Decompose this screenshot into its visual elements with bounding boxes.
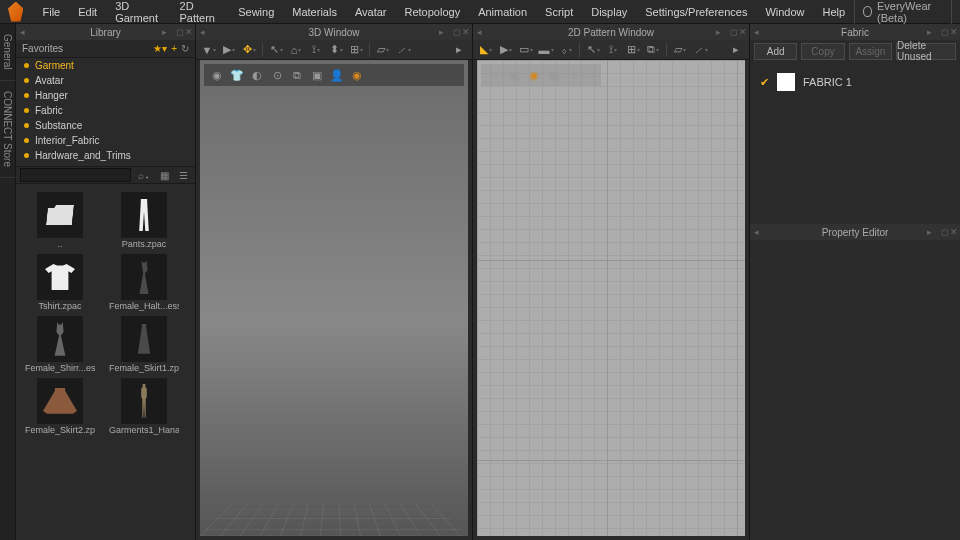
tool-2d-line[interactable]: ↖▾	[584, 41, 602, 59]
popout-icon[interactable]: ◻	[176, 27, 183, 37]
fabric-add-button[interactable]: Add	[754, 43, 797, 60]
search-input[interactable]	[20, 168, 131, 182]
tool-tack[interactable]: ⟟▾	[307, 41, 325, 59]
tool-2d-edit[interactable]: ◣▾	[477, 41, 495, 59]
shelf-avatar-icon[interactable]: ◐	[250, 68, 264, 82]
tool-2d-dart[interactable]: ⬨▾	[557, 41, 575, 59]
tab-connect-store[interactable]: CONNECT Store	[0, 81, 15, 178]
close-icon[interactable]: ✕	[950, 27, 958, 37]
tab-general[interactable]: General	[0, 24, 15, 81]
menu-animation[interactable]: Animation	[469, 2, 536, 22]
lib-item-skirt1[interactable]: Female_Skirt1.zpac	[104, 316, 184, 374]
lib-item-shirr[interactable]: Female_Shirr...ess.zpac	[20, 316, 100, 374]
tool-2d-iron[interactable]: ▱▾	[671, 41, 689, 59]
chevron-left-icon[interactable]: ◂	[200, 27, 205, 37]
tool-mesh[interactable]: ⌂▾	[287, 41, 305, 59]
chevron-left-icon[interactable]: ◂	[477, 27, 482, 37]
chevron-left-icon[interactable]: ◂	[20, 27, 25, 37]
lib-item-up[interactable]: ..	[20, 192, 100, 250]
chevron-right-icon[interactable]: ▸	[162, 27, 167, 37]
shelf-joint-icon[interactable]: ⊙	[270, 68, 284, 82]
chevron-left-icon[interactable]: ◂	[754, 27, 759, 37]
cat-scene[interactable]: Scene_and_Props	[16, 163, 195, 166]
close-icon[interactable]: ✕	[739, 27, 747, 37]
popout-icon[interactable]: ◻	[453, 27, 460, 37]
fabric-delete-button[interactable]: Delete Unused	[896, 43, 956, 60]
chevron-right-icon[interactable]: ▸	[439, 27, 444, 37]
tool-more[interactable]: ▸	[450, 41, 468, 59]
menu-file[interactable]: File	[33, 2, 69, 22]
tool-2d-rect[interactable]: ▬▾	[537, 41, 555, 59]
star-icon[interactable]: ★▾	[153, 43, 167, 54]
tool-2d-seam[interactable]: ⊞▾	[624, 41, 642, 59]
shelf2-brush-icon[interactable]: ✎	[487, 68, 501, 82]
cat-interior-fabric[interactable]: Interior_Fabric	[16, 133, 195, 148]
close-icon[interactable]: ✕	[950, 227, 958, 237]
menu-window[interactable]: Window	[756, 2, 813, 22]
cat-garment[interactable]: Garment	[16, 58, 195, 73]
shelf2-texture-icon[interactable]: ▣	[507, 68, 521, 82]
close-icon[interactable]: ✕	[185, 27, 193, 37]
chevron-right-icon[interactable]: ▸	[927, 227, 932, 237]
add-fav-icon[interactable]: +	[171, 43, 177, 54]
list-icon[interactable]: ☰	[176, 170, 191, 181]
lib-item-halter[interactable]: Female_Halt...ess.zpac	[104, 254, 184, 312]
popout-icon[interactable]: ◻	[941, 227, 948, 237]
tool-2d-notch[interactable]: ⟟▾	[604, 41, 622, 59]
tool-fold[interactable]: ⬍▾	[327, 41, 345, 59]
lib-item-garments1[interactable]: Garments1_Hana.zpac	[104, 378, 184, 436]
chevron-left-icon[interactable]: ◂	[754, 227, 759, 237]
popout-icon[interactable]: ◻	[941, 27, 948, 37]
fabric-item[interactable]: ✔ FABRIC 1	[750, 70, 960, 94]
lib-item-skirt2[interactable]: Female_Skirt2.zpac	[20, 378, 100, 436]
fabric-copy-button[interactable]: Copy	[801, 43, 844, 60]
menu-display[interactable]: Display	[582, 2, 636, 22]
cat-hanger[interactable]: Hanger	[16, 88, 195, 103]
shelf-measure-icon[interactable]: ⧉	[290, 68, 304, 82]
shelf2-grid-icon[interactable]: ▦	[547, 68, 561, 82]
menu-sewing[interactable]: Sewing	[229, 2, 283, 22]
tool-2d-trace[interactable]: ⟋▾	[691, 41, 709, 59]
tool-iron[interactable]: ▱▾	[374, 41, 392, 59]
tool-arrange[interactable]: ⊞▾	[347, 41, 365, 59]
menu-edit[interactable]: Edit	[69, 2, 106, 22]
tool-pin[interactable]: ↖▾	[267, 41, 285, 59]
cat-substance[interactable]: Substance	[16, 118, 195, 133]
menu-settings[interactable]: Settings/Preferences	[636, 2, 756, 22]
menu-avatar[interactable]: Avatar	[346, 2, 396, 22]
shelf-light-icon[interactable]: ◉	[350, 68, 364, 82]
lib-item-pants[interactable]: Pants.zpac	[104, 192, 184, 250]
lib-item-tshirt[interactable]: Tshirt.zpac	[20, 254, 100, 312]
shelf2-color-icon[interactable]: ◉	[527, 68, 541, 82]
grid-icon[interactable]: ▦	[157, 170, 172, 181]
tool-measure[interactable]: ⟋▾	[394, 41, 412, 59]
cat-fabric[interactable]: Fabric	[16, 103, 195, 118]
menu-help[interactable]: Help	[814, 2, 855, 22]
tool-2d-polygon[interactable]: ▭▾	[517, 41, 535, 59]
chevron-right-icon[interactable]: ▸	[716, 27, 721, 37]
tool-select[interactable]: ▶▾	[220, 41, 238, 59]
refresh-icon[interactable]: ↻	[181, 43, 189, 54]
tool-gizmo[interactable]: ✥▾	[240, 41, 258, 59]
fabric-assign-button[interactable]: Assign	[849, 43, 892, 60]
shelf2-export-icon[interactable]: ⇪	[567, 68, 581, 82]
tool-simulate[interactable]: ▼▾	[200, 41, 218, 59]
shelf-avatar2-icon[interactable]: 👤	[330, 68, 344, 82]
tool-2d-transform[interactable]: ▶▾	[497, 41, 515, 59]
shelf-camera-icon[interactable]: ◉	[210, 68, 224, 82]
tool-2d-more[interactable]: ▸	[727, 41, 745, 59]
menu-retopology[interactable]: Retopology	[396, 2, 470, 22]
shelf-render-icon[interactable]: ▣	[310, 68, 324, 82]
chevron-right-icon[interactable]: ▸	[927, 27, 932, 37]
2d-viewport[interactable]: ✎ ▣ ◉ ▦ ⇪	[477, 60, 745, 536]
shelf-shirt-icon[interactable]: 👕	[230, 68, 244, 82]
menu-materials[interactable]: Materials	[283, 2, 346, 22]
cat-hardware[interactable]: Hardware_and_Trims	[16, 148, 195, 163]
popout-icon[interactable]: ◻	[730, 27, 737, 37]
search-icon[interactable]: ⌕▾	[135, 170, 153, 181]
3d-viewport[interactable]: ◉ 👕 ◐ ⊙ ⧉ ▣ 👤 ◉	[200, 60, 468, 536]
menu-script[interactable]: Script	[536, 2, 582, 22]
close-icon[interactable]: ✕	[462, 27, 470, 37]
tool-2d-sew[interactable]: ⧉▾	[644, 41, 662, 59]
cat-avatar[interactable]: Avatar	[16, 73, 195, 88]
